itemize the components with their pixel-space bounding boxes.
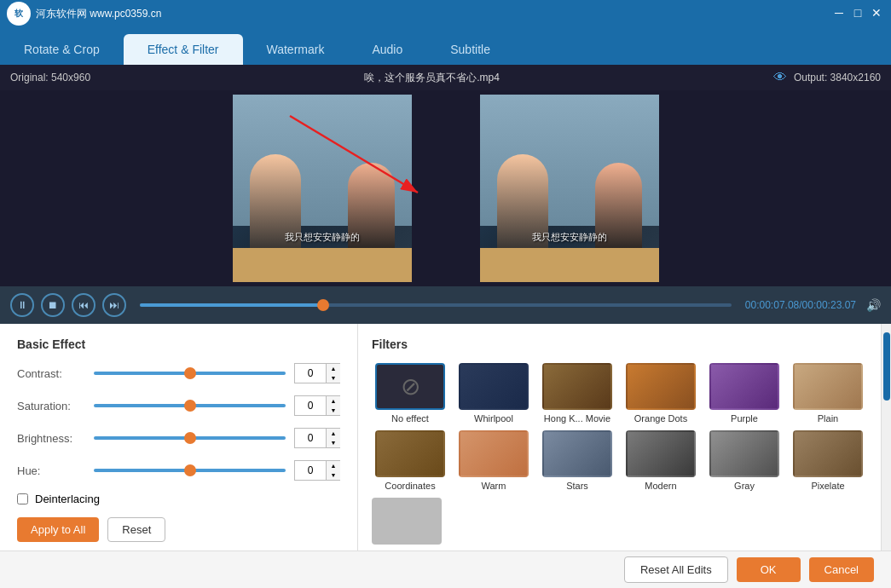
title-bar-controls: ─ □ ✕ bbox=[831, 5, 884, 20]
filter-item-coordinates[interactable]: Coordinates bbox=[372, 430, 448, 491]
prev-frame-button[interactable]: ⏮ bbox=[72, 293, 95, 317]
title-bar-text: 河东软件网 www.pc0359.cn bbox=[36, 7, 161, 21]
filter-item-hongk[interactable]: Hong K... Movie bbox=[539, 363, 616, 424]
filter-thumb-stars bbox=[542, 430, 612, 477]
hue-input[interactable]: 0 bbox=[295, 461, 326, 480]
brightness-input-group[interactable]: 0 ▲ ▼ bbox=[294, 428, 340, 448]
app-logo: 软 bbox=[7, 2, 31, 26]
minimize-button[interactable]: ─ bbox=[831, 5, 847, 20]
reset-button[interactable]: Reset bbox=[107, 517, 165, 542]
contrast-row: Contrast: 0 ▲ ▼ bbox=[17, 363, 340, 383]
saturation-row: Saturation: 0 ▲ ▼ bbox=[17, 395, 340, 416]
saturation-down[interactable]: ▼ bbox=[327, 406, 340, 415]
filter-item-whirlpool[interactable]: Whirlpool bbox=[455, 363, 532, 424]
filter-label-coordinates: Coordinates bbox=[385, 481, 435, 491]
filter-item-extra[interactable] bbox=[372, 498, 442, 545]
filter-item-orange-dots[interactable]: Orange Dots bbox=[622, 363, 699, 424]
brightness-down[interactable]: ▼ bbox=[327, 438, 340, 447]
brightness-slider[interactable] bbox=[94, 436, 286, 440]
next-frame-button[interactable]: ⏭ bbox=[102, 293, 126, 317]
hue-down[interactable]: ▼ bbox=[327, 470, 340, 480]
hue-slider[interactable] bbox=[94, 469, 286, 472]
filter-item-plain[interactable]: Plain bbox=[790, 363, 866, 424]
video-panel-right: 我只想安安静静的 bbox=[480, 95, 659, 282]
tab-subtitle[interactable]: Subtitle bbox=[426, 34, 514, 65]
progress-fill bbox=[140, 303, 323, 307]
filter-thumb-pixelate bbox=[793, 430, 863, 477]
filter-thumb-warm bbox=[459, 430, 529, 477]
filter-thumb-modern bbox=[626, 430, 696, 477]
output-size: Output: 3840x2160 bbox=[794, 72, 881, 84]
brightness-up[interactable]: ▲ bbox=[327, 429, 340, 438]
brightness-input[interactable]: 0 bbox=[295, 429, 326, 447]
hue-input-group[interactable]: 0 ▲ ▼ bbox=[294, 460, 340, 481]
filter-label-modern: Modern bbox=[645, 481, 676, 491]
filter-thumb-orange-dots bbox=[626, 363, 696, 410]
filter-item-modern[interactable]: Modern bbox=[622, 430, 699, 491]
contrast-input-group[interactable]: 0 ▲ ▼ bbox=[294, 363, 340, 383]
video-panels: 我只想安安静静的 我只想安安静静的 bbox=[0, 65, 891, 286]
contrast-slider[interactable] bbox=[94, 372, 286, 375]
filter-item-warm[interactable]: Warm bbox=[455, 430, 532, 491]
filter-label-plain: Plain bbox=[818, 413, 838, 424]
filter-label-whirlpool: Whirlpool bbox=[474, 413, 513, 424]
filter-thumb-hongk bbox=[542, 363, 612, 410]
filter-item-gray[interactable]: Gray bbox=[706, 430, 783, 491]
contrast-down[interactable]: ▼ bbox=[327, 373, 340, 383]
filter-scrollbar[interactable] bbox=[881, 324, 891, 551]
brightness-label: Brightness: bbox=[17, 432, 85, 445]
filter-label-orange-dots: Orange Dots bbox=[634, 413, 687, 424]
saturation-input-group[interactable]: 0 ▲ ▼ bbox=[294, 395, 340, 416]
cancel-button[interactable]: Cancel bbox=[809, 557, 874, 582]
tab-audio[interactable]: Audio bbox=[348, 34, 426, 65]
ok-button[interactable]: OK bbox=[737, 557, 801, 582]
filter-item-stars[interactable]: Stars bbox=[539, 430, 616, 491]
tab-effect-filter[interactable]: Effect & Filter bbox=[124, 34, 243, 65]
subtitle-right: 我只想安安静静的 bbox=[532, 231, 607, 244]
playback-bar: ⏸ ⏹ ⏮ ⏭ 00:00:07.08/00:00:23.07 🔊 bbox=[0, 286, 891, 324]
original-size: Original: 540x960 bbox=[10, 72, 90, 84]
effect-panel: Basic Effect Contrast: 0 ▲ ▼ Saturation:… bbox=[0, 324, 358, 551]
filter-item-no-effect[interactable]: No effect bbox=[372, 363, 448, 424]
time-display: 00:00:07.08/00:00:23.07 bbox=[745, 299, 856, 311]
filter-thumb-coordinates bbox=[375, 430, 445, 477]
hue-up[interactable]: ▲ bbox=[327, 461, 340, 470]
saturation-up[interactable]: ▲ bbox=[327, 396, 340, 406]
deinterlace-checkbox[interactable] bbox=[17, 493, 28, 504]
stop-button[interactable]: ⏹ bbox=[41, 293, 65, 317]
filter-item-purple[interactable]: Purple bbox=[706, 363, 783, 424]
volume-icon[interactable]: 🔊 bbox=[866, 298, 881, 312]
filter-item-pixelate[interactable]: Pixelate bbox=[790, 430, 866, 491]
progress-track[interactable] bbox=[140, 303, 732, 307]
filter-grid: No effect Whirlpool Hong K... Movie Oran… bbox=[372, 363, 867, 491]
saturation-input[interactable]: 0 bbox=[295, 396, 326, 415]
tab-rotate[interactable]: Rotate & Crop bbox=[0, 34, 124, 65]
deinterlace-label: Deinterlacing bbox=[35, 493, 100, 505]
contrast-label: Contrast: bbox=[17, 367, 85, 380]
basic-effect-title: Basic Effect bbox=[17, 337, 340, 351]
progress-thumb bbox=[317, 299, 329, 311]
tab-watermark[interactable]: Watermark bbox=[243, 34, 349, 65]
play-pause-button[interactable]: ⏸ bbox=[10, 293, 34, 317]
saturation-slider[interactable] bbox=[94, 404, 286, 407]
filter-label-warm: Warm bbox=[482, 481, 506, 491]
filter-thumb-extra bbox=[372, 498, 442, 545]
subtitle-left: 我只想安安静静的 bbox=[285, 231, 360, 244]
title-bar: 软 河东软件网 www.pc0359.cn ─ □ ✕ bbox=[0, 0, 891, 27]
restore-button[interactable]: □ bbox=[850, 5, 865, 20]
saturation-label: Saturation: bbox=[17, 400, 85, 412]
close-button[interactable]: ✕ bbox=[869, 5, 884, 20]
filter-scrollbar-thumb bbox=[883, 332, 890, 401]
contrast-up[interactable]: ▲ bbox=[327, 364, 340, 373]
hue-row: Hue: 0 ▲ ▼ bbox=[17, 460, 340, 481]
contrast-input[interactable]: 0 bbox=[295, 364, 326, 383]
apply-to-all-button[interactable]: Apply to All bbox=[17, 517, 99, 542]
bottom-panel: Basic Effect Contrast: 0 ▲ ▼ Saturation:… bbox=[0, 324, 891, 551]
filter-label-no-effect: No effect bbox=[391, 413, 429, 424]
eye-icon[interactable]: 👁 bbox=[773, 70, 787, 85]
reset-all-edits-button[interactable]: Reset All Edits bbox=[624, 556, 728, 583]
video-area: Original: 540x960 唉，这个服务员真不省心.mp4 👁 Outp… bbox=[0, 65, 891, 286]
filter-thumb-purple bbox=[709, 363, 779, 410]
brightness-row: Brightness: 0 ▲ ▼ bbox=[17, 428, 340, 448]
filter-thumb-gray bbox=[709, 430, 779, 477]
